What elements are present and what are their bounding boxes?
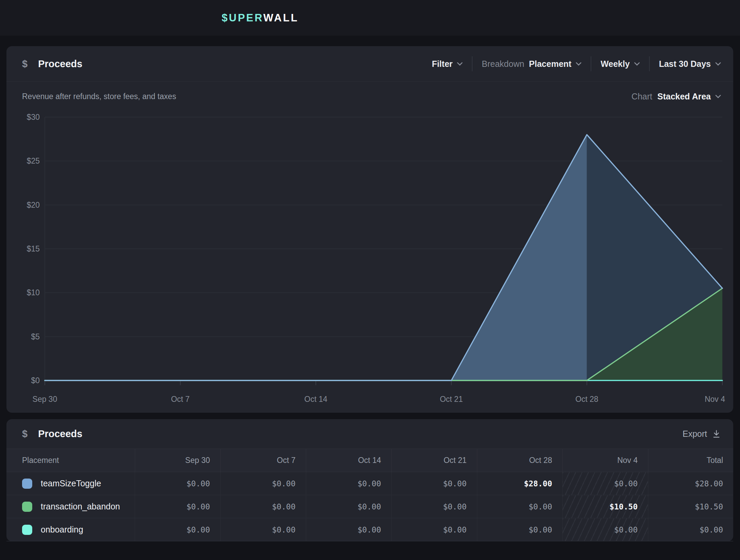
breakdown-label: Breakdown (482, 59, 524, 69)
table-row: onboarding $0.00 $0.00 $0.00 $0.00 $0.00… (6, 518, 733, 541)
placement-legend-teamSizeToggle[interactable]: teamSizeToggle (6, 472, 135, 495)
cell-total: $28.00 (648, 472, 733, 495)
series-swatch (22, 479, 32, 489)
divider (472, 56, 473, 71)
cell-value-incomplete: $0.00 (562, 472, 648, 495)
cell-value: $0.00 (135, 495, 220, 518)
series-swatch (22, 525, 32, 535)
divider (591, 56, 591, 71)
proceeds-table-card: $ Proceeds Export Placement Sep 30 Oct 7… (6, 419, 733, 541)
cell-value: $0.00 (306, 495, 391, 518)
chart-filter-bar: Filter Breakdown Placement Weekly Last 3… (432, 56, 721, 71)
chevron-down-icon (715, 95, 721, 98)
svg-text:$30: $30 (27, 113, 40, 122)
chart-subtitle: Revenue after refunds, store fees, and t… (22, 92, 176, 101)
chart-type-value: Stacked Area (658, 92, 711, 101)
column-header-oct14: Oct 14 (306, 449, 391, 472)
top-bar: $UPERWALL (0, 0, 740, 36)
table-title: Proceeds (38, 428, 82, 440)
cell-total: $0.00 (648, 518, 733, 541)
chart-type-dropdown[interactable]: Chart Stacked Area (631, 92, 721, 101)
page-title: Proceeds (38, 58, 82, 70)
svg-text:Oct 21: Oct 21 (440, 395, 463, 404)
svg-text:Sep 30: Sep 30 (33, 395, 57, 404)
series-swatch (22, 502, 32, 512)
stacked-area-chart[interactable]: $0$5$10$15$20$25$30Sep 30Oct 7Oct 14Oct … (6, 111, 733, 406)
svg-text:Oct 7: Oct 7 (171, 395, 190, 404)
table-title-group: $ Proceeds (22, 428, 82, 440)
cell-value-highlight: $28.00 (477, 472, 562, 495)
column-header-oct7: Oct 7 (220, 449, 306, 472)
cell-value: $0.00 (477, 495, 562, 518)
divider (649, 56, 650, 71)
breakdown-dropdown[interactable]: Breakdown Placement (482, 59, 581, 69)
proceeds-title-group: $ Proceeds (22, 58, 82, 70)
chevron-down-icon (457, 62, 463, 66)
svg-text:$0: $0 (31, 376, 40, 385)
filter-dropdown[interactable]: Filter (432, 59, 463, 69)
svg-text:Oct 14: Oct 14 (304, 395, 328, 404)
interval-value: Weekly (600, 59, 630, 69)
date-range-dropdown[interactable]: Last 30 Days (659, 59, 721, 69)
table-row: transaction_abandon $0.00 $0.00 $0.00 $0… (6, 495, 733, 518)
download-icon (712, 429, 721, 438)
cell-value: $0.00 (135, 472, 220, 495)
dollar-icon: $ (22, 58, 27, 70)
superwall-logo: $UPERWALL (222, 12, 299, 24)
dollar-icon: $ (22, 428, 27, 440)
chevron-down-icon (715, 62, 721, 66)
chevron-down-icon (634, 62, 640, 66)
chart-subtitle-row: Revenue after refunds, store fees, and t… (6, 82, 733, 111)
cell-value: $0.00 (220, 518, 306, 541)
placement-legend-onboarding[interactable]: onboarding (6, 518, 135, 541)
placement-name: onboarding (41, 525, 83, 535)
table-header-row: Placement Sep 30 Oct 7 Oct 14 Oct 21 Oct… (6, 449, 733, 472)
cell-value: $0.00 (306, 518, 391, 541)
column-header-oct21: Oct 21 (391, 449, 477, 472)
table-row: teamSizeToggle $0.00 $0.00 $0.00 $0.00 $… (6, 472, 733, 495)
cell-value: $0.00 (135, 518, 220, 541)
cell-value-highlight-incomplete: $10.50 (562, 495, 648, 518)
svg-text:$15: $15 (27, 244, 40, 253)
cell-value: $0.00 (220, 495, 306, 518)
cell-value-incomplete: $0.00 (562, 518, 648, 541)
export-label: Export (683, 429, 707, 439)
date-range-value: Last 30 Days (659, 59, 711, 69)
cell-value: $0.00 (477, 518, 562, 541)
svg-text:$5: $5 (31, 332, 40, 341)
placement-legend-transaction_abandon[interactable]: transaction_abandon (6, 495, 135, 518)
cell-value: $0.00 (220, 472, 306, 495)
column-header-oct28: Oct 28 (477, 449, 562, 472)
svg-text:$10: $10 (27, 288, 40, 297)
chart-area: $0$5$10$15$20$25$30Sep 30Oct 7Oct 14Oct … (6, 111, 733, 406)
svg-text:Nov 4: Nov 4 (705, 395, 725, 404)
column-header-placement: Placement (6, 449, 135, 472)
column-header-total: Total (648, 449, 733, 472)
svg-text:Oct 28: Oct 28 (575, 395, 598, 404)
cell-value: $0.00 (391, 495, 477, 518)
export-button[interactable]: Export (683, 429, 721, 439)
proceeds-chart-card: $ Proceeds Filter Breakdown Placement We… (6, 46, 733, 413)
cell-value: $0.00 (391, 472, 477, 495)
column-header-nov4: Nov 4 (562, 449, 648, 472)
svg-text:$20: $20 (27, 201, 40, 209)
logo-secondary: WALL (263, 12, 299, 24)
placement-name: teamSizeToggle (41, 479, 101, 488)
logo-primary: $UPER (222, 12, 263, 24)
filter-dropdown-label: Filter (432, 59, 452, 69)
proceeds-table: Placement Sep 30 Oct 7 Oct 14 Oct 21 Oct… (6, 449, 733, 541)
svg-text:$25: $25 (27, 156, 40, 165)
cell-total: $10.50 (648, 495, 733, 518)
chart-type-label: Chart (631, 92, 652, 101)
cell-value: $0.00 (306, 472, 391, 495)
cell-value: $0.00 (391, 518, 477, 541)
table-card-header: $ Proceeds Export (6, 419, 733, 449)
breakdown-value: Placement (529, 59, 571, 69)
column-header-sep30: Sep 30 (135, 449, 220, 472)
placement-name: transaction_abandon (41, 502, 120, 511)
chevron-down-icon (576, 62, 581, 66)
proceeds-card-header: $ Proceeds Filter Breakdown Placement We… (6, 46, 733, 82)
interval-dropdown[interactable]: Weekly (600, 59, 640, 69)
